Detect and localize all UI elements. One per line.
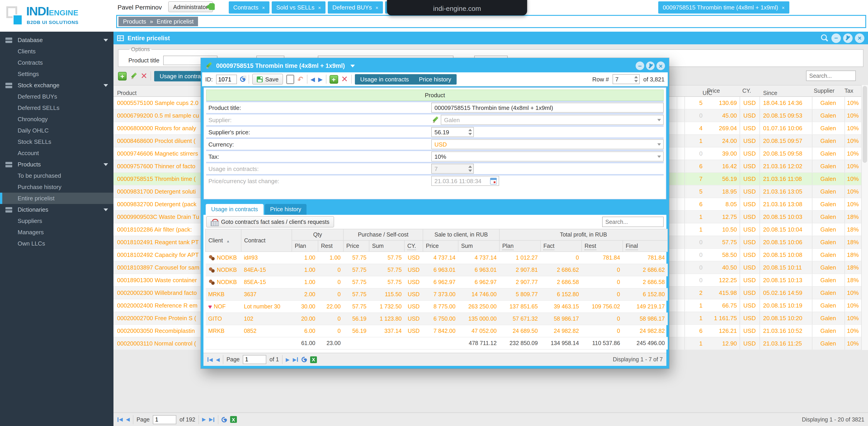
breadcrumb-section[interactable]: Products — [123, 18, 146, 25]
row-number-stepper[interactable]: 7 — [613, 74, 640, 84]
product-title-input[interactable] — [431, 103, 664, 113]
column-price[interactable]: Price — [704, 88, 737, 94]
breadcrumb-page[interactable]: Entire pricelist — [157, 18, 193, 25]
refresh-icon[interactable] — [302, 357, 307, 362]
scrollbar-thumb[interactable] — [863, 86, 867, 163]
table-row[interactable]: MRKB36372.00057.75115.50USD7 373.0014 74… — [206, 288, 668, 301]
close-icon[interactable]: × — [318, 5, 321, 10]
sidebar-item-contracts[interactable]: Contracts — [0, 57, 114, 68]
column-sale-sum[interactable]: Sum — [458, 240, 499, 252]
sidebar-item-purchase-history[interactable]: Purchase history — [0, 181, 114, 193]
chevron-down-icon[interactable] — [350, 64, 355, 67]
excel-export-icon[interactable]: X — [230, 416, 237, 423]
column-profit-final[interactable]: Final — [623, 240, 668, 252]
close-icon[interactable]: × — [656, 61, 665, 70]
sidebar-item-deferred-buys[interactable]: Deferred BUYs — [0, 91, 114, 102]
grid-search-input[interactable] — [806, 70, 856, 81]
sidebar-item-deferred-sells[interactable]: Deferred SELLs — [0, 102, 114, 114]
column-profit-plan[interactable]: Plan — [499, 240, 540, 252]
calendar-icon[interactable] — [490, 178, 497, 184]
subtable-search-input[interactable] — [602, 217, 664, 227]
sidebar-item-daily-ohlc[interactable]: Daily OHLC — [0, 125, 114, 136]
close-icon[interactable]: × — [855, 33, 864, 43]
prev-page-icon[interactable]: ◀ — [216, 357, 220, 362]
minimize-icon[interactable]: − — [636, 61, 644, 70]
table-row[interactable]: MRKB08526.00056.19337.14USD7 842.0047 05… — [206, 325, 668, 337]
stepper-arrows[interactable] — [467, 128, 473, 136]
add-row-button[interactable]: + — [118, 72, 127, 80]
first-page-icon[interactable]: ◀ — [207, 357, 213, 362]
search-icon[interactable] — [820, 33, 829, 42]
sidebar-item-own-llcs[interactable]: Own LLCs — [0, 238, 114, 249]
table-row[interactable]: GITO10220.00056.191 123.80USD6 750.00135… — [206, 313, 668, 325]
copy-button[interactable] — [286, 74, 294, 84]
currency-select[interactable]: USD — [431, 139, 664, 149]
excel-export-icon[interactable]: X — [310, 356, 317, 363]
page-input[interactable] — [153, 415, 176, 424]
price-history-button[interactable]: Price history — [419, 76, 451, 83]
column-sum[interactable]: Sum — [369, 240, 404, 252]
column-rest[interactable]: Rest — [318, 240, 343, 252]
close-icon[interactable]: × — [782, 5, 784, 10]
prev-record-icon[interactable]: ◀ — [310, 76, 315, 83]
column-client[interactable]: Client ▲ — [206, 229, 241, 252]
sidebar-item-dictionaries[interactable]: Dictionaries — [0, 204, 114, 215]
first-page-icon[interactable]: ◀ — [117, 417, 123, 422]
tab-deferred-buys[interactable]: Deferred BUYs× — [328, 1, 383, 13]
close-icon[interactable]: × — [375, 5, 378, 10]
id-input[interactable] — [216, 74, 237, 84]
modal-titlebar[interactable]: 00009758515 Thrombin time (4x8ml + 1x9ml… — [202, 59, 668, 72]
maximize-icon[interactable] — [843, 33, 852, 43]
sidebar-item-database[interactable]: Database — [0, 34, 114, 46]
sidebar-item-account[interactable]: Account — [0, 147, 114, 159]
tab-sold-vs-sells[interactable]: Sold vs SELLs× — [272, 1, 326, 13]
column-sale-price[interactable]: Price — [423, 240, 458, 252]
stepper-arrows[interactable] — [633, 75, 639, 83]
column-cy[interactable]: CY. — [404, 240, 423, 252]
refresh-icon[interactable] — [221, 417, 227, 422]
vertical-scrollbar[interactable] — [861, 85, 868, 350]
tab-price-history[interactable]: Price history — [265, 204, 307, 215]
breadcrumb[interactable]: Products » Entire pricelist — [119, 17, 198, 26]
role-badge-button[interactable]: Administrator — [168, 1, 213, 12]
column-price[interactable]: Price — [343, 240, 369, 252]
undo-icon[interactable]: ↶ — [296, 74, 305, 84]
column-plan[interactable]: Plan — [292, 240, 318, 252]
refresh-icon[interactable] — [240, 77, 245, 82]
sidebar-item-clients[interactable]: Clients — [0, 46, 114, 57]
close-icon[interactable]: × — [262, 5, 265, 10]
table-row[interactable]: NODKBid#931.001.0057.7557.75USD4 737.144… — [206, 252, 668, 264]
table-row[interactable]: NODKB85EA-151.00057.7557.75USD6 962.976 … — [206, 276, 668, 288]
table-row[interactable]: ♥NOFLot number 3030.0022.0057.751 732.50… — [206, 301, 668, 313]
last-page-icon[interactable]: ▶ — [209, 417, 215, 422]
column-cy[interactable]: CY. — [740, 88, 760, 94]
tab-usage-in-contracts[interactable]: Usage in contracts — [206, 204, 264, 215]
goto-contract-button[interactable]: Goto contract's fact sales / client's re… — [206, 216, 334, 227]
add-record-button[interactable]: + — [329, 75, 338, 84]
table-row[interactable]: NODKB84EA-151.00057.7557.75USD6 963.016 … — [206, 264, 668, 276]
sidebar-item-stock-sells[interactable]: Stock SELLs — [0, 136, 114, 147]
supplier-price-stepper[interactable]: 56.19 — [431, 127, 474, 137]
next-record-icon[interactable]: ▶ — [318, 76, 322, 83]
supplier-select[interactable]: Galen — [441, 115, 664, 125]
prev-page-icon[interactable]: ◀ — [126, 417, 130, 422]
column-profit-fact[interactable]: Fact — [540, 240, 582, 252]
sidebar-item-chronology[interactable]: Chronology — [0, 114, 114, 125]
sidebar-item-managers[interactable]: Managers — [0, 226, 114, 238]
hand-icon[interactable] — [209, 3, 215, 10]
tab-contracts[interactable]: Contracts× — [229, 1, 270, 13]
usage-in-contracts-button[interactable]: Usage in contracts — [360, 76, 409, 83]
sidebar-item-to-be-purchased[interactable]: To be purchased — [0, 170, 114, 181]
sidebar-item-stock-exchange[interactable]: Stock exchange — [0, 80, 114, 91]
restore-icon[interactable] — [646, 61, 655, 70]
column-supplier[interactable]: Supplier — [812, 88, 844, 94]
sidebar-item-products[interactable]: Products — [0, 159, 114, 170]
delete-record-icon[interactable]: ✕ — [341, 74, 348, 84]
page-input[interactable] — [243, 355, 266, 364]
tax-select[interactable]: 10% — [431, 152, 664, 161]
next-page-icon[interactable]: ▶ — [202, 417, 206, 422]
sidebar-item-suppliers[interactable]: Suppliers — [0, 215, 114, 226]
delete-icon[interactable]: ✕ — [141, 71, 147, 81]
edit-supplier-icon[interactable] — [431, 116, 439, 124]
sidebar-item-entire-pricelist[interactable]: Entire pricelist — [0, 193, 114, 204]
